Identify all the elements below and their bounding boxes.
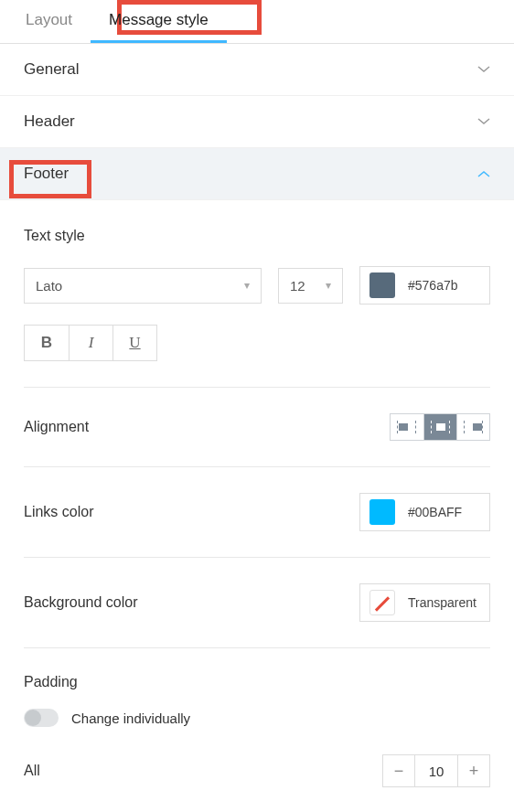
chevron-down-icon <box>477 115 490 128</box>
bold-button[interactable]: B <box>25 326 69 360</box>
background-color-field[interactable]: Transparent <box>359 583 490 622</box>
change-individually-toggle[interactable] <box>24 709 59 727</box>
text-color-field[interactable]: #576a7b <box>359 266 490 304</box>
font-select[interactable]: Lato ▾ <box>24 268 262 304</box>
align-right-button[interactable] <box>456 414 489 440</box>
caret-down-icon: ▾ <box>326 279 331 292</box>
text-color-value: #576a7b <box>408 278 458 293</box>
alignment-label: Alignment <box>24 419 89 435</box>
footer-panel: Text style Lato ▾ 12 ▾ #576a7b B I U Ali… <box>0 200 514 787</box>
tab-message-style[interactable]: Message style <box>91 0 227 43</box>
divider <box>24 557 490 558</box>
text-style-title: Text style <box>24 228 490 244</box>
padding-all-value[interactable]: 10 <box>414 755 458 786</box>
align-center-icon <box>431 421 451 433</box>
underline-button[interactable]: U <box>112 326 156 360</box>
accordion-header[interactable]: Header <box>0 96 514 148</box>
padding-all-stepper: − 10 + <box>382 754 490 787</box>
font-size-select[interactable]: 12 ▾ <box>278 268 343 304</box>
accordion-footer[interactable]: Footer <box>0 148 514 200</box>
divider <box>24 387 490 388</box>
align-left-button[interactable] <box>391 414 423 440</box>
text-color-swatch <box>369 272 395 298</box>
text-format-group: B I U <box>24 325 157 361</box>
divider <box>24 466 490 467</box>
align-left-icon <box>397 421 417 433</box>
transparent-swatch <box>369 590 395 615</box>
font-size-value: 12 <box>290 278 305 294</box>
align-right-icon <box>464 421 484 433</box>
padding-increment-button[interactable]: + <box>458 755 489 786</box>
chevron-up-icon <box>477 167 490 180</box>
tab-bar: Layout Message style <box>0 0 514 44</box>
font-select-value: Lato <box>36 278 62 294</box>
tab-layout[interactable]: Layout <box>7 0 91 43</box>
accordion-general[interactable]: General <box>0 44 514 96</box>
background-color-label: Background color <box>24 594 138 611</box>
italic-button[interactable]: I <box>69 326 112 360</box>
padding-title: Padding <box>24 674 490 690</box>
links-color-value: #00BAFF <box>408 505 462 519</box>
toggle-knob <box>25 710 41 726</box>
padding-all-label: All <box>24 763 40 779</box>
chevron-down-icon <box>477 63 490 76</box>
links-color-field[interactable]: #00BAFF <box>359 493 490 531</box>
links-color-label: Links color <box>24 504 93 520</box>
accordion-general-label: General <box>24 60 79 79</box>
accordion-footer-label: Footer <box>24 165 69 183</box>
links-color-swatch <box>369 499 395 525</box>
divider <box>24 647 490 648</box>
alignment-group <box>390 413 490 441</box>
change-individually-label: Change individually <box>71 710 190 726</box>
align-center-button[interactable] <box>423 414 456 440</box>
background-color-value: Transparent <box>408 595 477 610</box>
accordion-header-label: Header <box>24 112 75 131</box>
padding-decrement-button[interactable]: − <box>383 755 414 786</box>
caret-down-icon: ▾ <box>244 279 250 292</box>
